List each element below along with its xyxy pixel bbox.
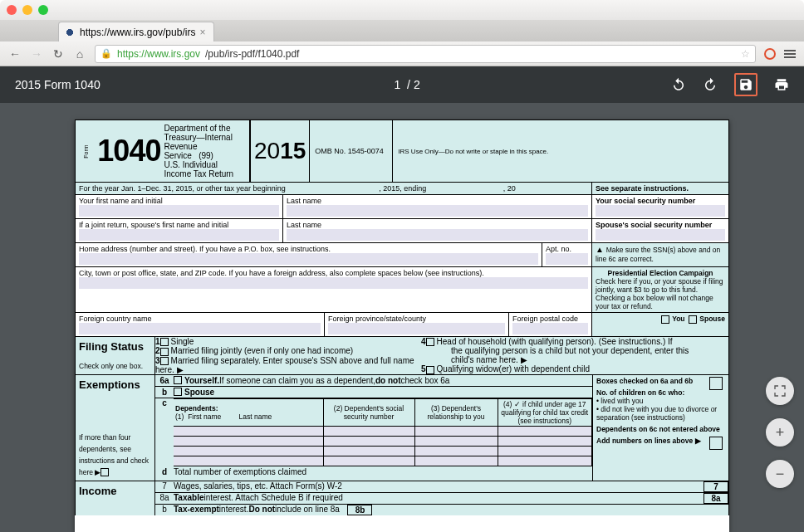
campaign-title: Presidential Election Campaign [596,269,725,277]
reload-button[interactable]: ↻ [51,47,65,61]
spouse-ssn-field[interactable] [596,229,725,241]
download-button-highlight [734,73,757,96]
first-name-field[interactable] [79,205,279,217]
browser-toolbar: ← → ↻ ⌂ 🔒 https://www.irs.gov/pub/irs-pd… [0,41,804,66]
dependents-header: Dependents: [175,404,218,412]
form-year-prefix: 20 [254,138,280,164]
address-label: Home address (number and street). If you… [79,245,538,253]
dep-lastname-header: Last name [239,412,272,421]
rotate-cw-icon[interactable] [671,77,686,92]
ex-spouse-label: Spouse [184,388,214,397]
dep-col1-num: (1) [175,412,184,421]
code-99: (99) [199,151,213,160]
dependent-row[interactable] [174,456,592,466]
zoom-out-button[interactable]: − [766,460,794,488]
address-field[interactable] [79,253,538,265]
fs-hoh-label-2: the qualifying person is a child but not… [421,346,728,355]
form-header: Form 1040 Department of the Treasury—Int… [75,120,729,183]
fs-qw-checkbox[interactable] [426,366,434,374]
address-row: Home address (number and street). If you… [75,243,729,267]
ssn-warning: Make sure the SSN(s) above and on line 6… [596,246,720,263]
exemptions-section: Exemptions If more than four dependents,… [75,375,729,481]
close-window-button[interactable] [7,5,17,15]
pdf-page-current: 1 [384,78,400,91]
rotate-ccw-icon[interactable] [703,77,718,92]
apt-label: Apt. no. [546,245,588,253]
dep-relationship-header: (3) Dependent's relationship to you [414,399,498,427]
ex-total-label: Total number of exemptions claimed [174,467,306,476]
your-ssn-field[interactable] [596,205,725,217]
form-word: Form [83,144,89,158]
browser-tab[interactable]: https://www.irs.gov/pub/irs × [58,22,214,41]
foreign-prov-field[interactable] [328,323,505,334]
filing-status-heading: Filing Status Check only one box. [76,337,155,374]
line-8b-amount-label: 8b [347,505,372,515]
line-8a-bold: Taxable [174,493,204,504]
spouse-ssn-label: Spouse's social security number [596,221,725,229]
foreign-country-field[interactable] [79,323,321,334]
see-instructions: See separate instructions. [592,183,728,194]
pdf-page-total: 2 [414,78,420,91]
fs-mfj-checkbox[interactable] [160,348,169,356]
dep-6c-not-entered-label: Dependents on 6c not entered above [596,425,720,433]
line-7-label: Wages, salaries, tips, etc. Attach Form(… [174,481,342,492]
city-label: City, town or post office, state, and ZI… [79,269,588,277]
fs-hoh-checkbox[interactable] [426,338,434,346]
tab-title: https://www.irs.gov/pub/irs [80,27,195,38]
city-field[interactable] [79,277,588,289]
children-6c-label: No. of children on 6c who: [596,388,684,397]
campaign-text: Check here if you, or your spouse if fil… [596,277,725,310]
fs-hoh-label-1: Head of household (with qualifying perso… [437,337,673,346]
fs-mfs-label: Married filing separately. Enter spouse'… [155,356,414,374]
maximize-window-button[interactable] [38,5,48,15]
fs-single-checkbox[interactable] [160,338,169,346]
spouse-last-name-label: Last name [287,221,588,229]
ex-spouse-checkbox[interactable] [174,388,182,396]
minimize-window-button[interactable] [22,5,32,15]
url-path: /pub/irs-pdf/f1040.pdf [205,48,299,60]
more-dependents-label: If more than four dependents, see instru… [79,433,149,476]
add-numbers-box[interactable] [709,437,723,450]
menu-icon[interactable] [784,50,796,58]
fs-qw-label: Qualifying widow(er) with dependent chil… [437,364,591,373]
pdf-toolbar: 2015 Form 1040 1 / 2 [0,66,804,103]
boxes-checked-count[interactable] [709,377,723,390]
address-bar[interactable]: 🔒 https://www.irs.gov/pub/irs-pdf/f1040.… [95,45,756,63]
print-icon[interactable] [774,77,789,92]
window-titlebar[interactable] [0,0,804,20]
spouse-first-name-field[interactable] [79,229,279,241]
extension-icon[interactable] [764,48,776,60]
last-name-field[interactable] [287,205,588,217]
foreign-country-label: Foreign country name [79,315,321,323]
first-name-label: Your first name and initial [79,197,279,205]
form-title: U.S. Individual Income Tax Return [164,160,244,178]
dependent-row[interactable] [174,447,592,456]
dependent-row[interactable] [174,437,592,447]
more-dependents-checkbox[interactable] [100,468,109,476]
fit-to-page-button[interactable] [766,377,794,405]
warning-triangle-icon: ▲ [596,245,604,254]
name-row: Your first name and initial Last name Yo… [75,195,729,219]
bookmark-star-icon[interactable]: ☆ [741,48,750,60]
campaign-spouse-checkbox[interactable] [689,315,697,324]
back-button[interactable]: ← [8,47,22,61]
city-row: City, town or post office, state, and ZI… [75,267,729,313]
pdf-page-indicator[interactable]: 1 / 2 [384,78,419,91]
apt-field[interactable] [546,253,588,265]
home-button[interactable]: ⌂ [73,47,86,61]
dependent-row[interactable] [174,427,592,437]
zoom-in-button[interactable]: + [766,418,794,447]
fs-mfs-checkbox[interactable] [160,357,169,365]
pdf-viewport[interactable]: Form 1040 Department of the Treasury—Int… [0,103,804,532]
ex-yourself-checkbox[interactable] [174,376,182,384]
foreign-postal-field[interactable] [512,323,588,334]
ex-yourself-label-2: If someone can claim you as a dependent, [219,376,375,385]
tax-year-row: For the year Jan. 1–Dec. 31, 2015, or ot… [75,183,729,195]
close-tab-icon[interactable]: × [199,27,205,38]
spouse-last-name-field[interactable] [287,229,588,241]
add-numbers-label: Add numbers on lines above ▶ [596,437,701,445]
campaign-you-checkbox[interactable] [661,315,669,324]
check-one-label: Check only one box. [79,362,143,370]
your-ssn-label: Your social security number [596,197,725,205]
download-icon[interactable] [738,77,753,92]
